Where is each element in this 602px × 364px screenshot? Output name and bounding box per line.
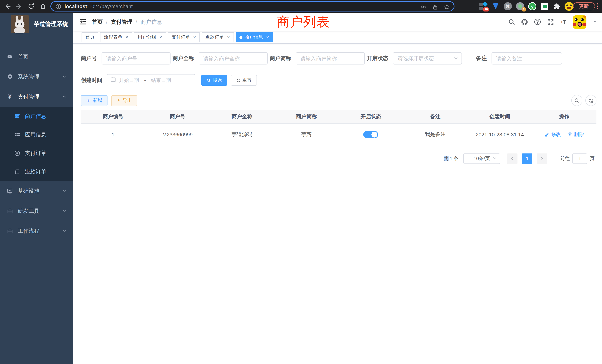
- tab-merchant-info[interactable]: 商户信息✕: [236, 32, 273, 42]
- recorder-extension-icon[interactable]: 1: [516, 2, 525, 11]
- toggle-search-button[interactable]: [571, 95, 582, 106]
- briefcase-icon: [7, 228, 13, 234]
- search-button[interactable]: 搜索: [201, 75, 227, 86]
- edit-link[interactable]: 修改: [545, 131, 561, 138]
- tab-process-form[interactable]: 流程表单✕: [100, 32, 132, 42]
- command-extension-icon[interactable]: ⌘: [503, 2, 512, 11]
- close-icon[interactable]: ✕: [227, 35, 230, 39]
- sidebar-item-merchant-info[interactable]: 商户信息: [0, 107, 73, 125]
- app-title: 芋道管理系统: [34, 20, 68, 28]
- github-icon[interactable]: [521, 18, 528, 26]
- goto-page: 前往 页: [560, 153, 595, 164]
- filter-create-time: 创建时间 开始日期 - 结束日期: [81, 74, 195, 86]
- url-text: localhost:1024/pay/merchant: [64, 3, 133, 9]
- remark-input[interactable]: [491, 52, 562, 64]
- bookmark-star-icon[interactable]: [444, 4, 450, 10]
- prev-page-button[interactable]: [507, 153, 517, 164]
- cell-actions: 修改 删除: [532, 123, 596, 146]
- fullscreen-icon[interactable]: [547, 18, 554, 26]
- chrome-update-button[interactable]: 更新: [573, 2, 595, 10]
- font-size-icon[interactable]: TT: [560, 18, 567, 26]
- password-key-icon[interactable]: [420, 4, 427, 10]
- browser-back-icon[interactable]: [4, 3, 11, 10]
- tab-manager-extension-icon[interactable]: 10: [479, 2, 488, 11]
- sidebar-item-payment-orders[interactable]: 支付订单: [0, 144, 73, 162]
- filter-full-name: 商户全称: [172, 52, 268, 64]
- sidebar-item-dev-tools[interactable]: 研发工具: [0, 201, 73, 221]
- chevron-down-icon: [453, 55, 458, 62]
- status-toggle[interactable]: [364, 131, 378, 138]
- status-select[interactable]: 请选择开启状态: [393, 52, 462, 64]
- cell-short-name: 芋艿: [274, 123, 339, 146]
- merchant-no-input[interactable]: [101, 52, 170, 64]
- reset-button[interactable]: 重置: [231, 75, 257, 86]
- yen-icon: ¥: [7, 94, 13, 100]
- chevron-left-icon: [510, 156, 515, 161]
- document-icon: [14, 169, 20, 175]
- page-unit-label: 页: [590, 155, 595, 162]
- sidebar-collapse-icon[interactable]: [79, 18, 86, 25]
- goto-page-input[interactable]: [572, 153, 587, 164]
- browser-profile-avatar[interactable]: [565, 2, 573, 11]
- filter-row-1: 商户号 商户全称 商户简称 开启状态 请选择开启状态: [81, 52, 596, 64]
- chat-extension-icon[interactable]: [540, 2, 549, 11]
- page-size-select[interactable]: 10条/页: [463, 153, 500, 164]
- full-name-input[interactable]: [198, 52, 268, 64]
- close-icon[interactable]: ✕: [125, 35, 129, 39]
- sidebar-item-home[interactable]: 首页: [0, 47, 73, 67]
- table-mini-actions: [571, 95, 596, 106]
- sidebar-item-app-info[interactable]: 应用信息: [0, 125, 73, 144]
- gem-extension-icon[interactable]: [491, 2, 500, 11]
- tab-refund-orders[interactable]: 退款订单✕: [202, 32, 234, 42]
- browser-forward-icon[interactable]: [16, 3, 23, 10]
- date-end-placeholder[interactable]: 结束日期: [151, 77, 171, 84]
- avatar-caret-icon[interactable]: [593, 19, 597, 25]
- breadcrumb-current: 商户信息: [140, 18, 162, 25]
- extensions-puzzle-icon[interactable]: [552, 2, 561, 11]
- tab-home[interactable]: 首页: [82, 32, 98, 42]
- delete-link[interactable]: 删除: [568, 131, 584, 138]
- search-icon[interactable]: [508, 18, 515, 26]
- export-button[interactable]: 导出: [111, 95, 137, 106]
- close-icon[interactable]: ✕: [159, 35, 162, 39]
- sidebar-item-infrastructure[interactable]: 基础设施: [0, 181, 73, 201]
- share-icon[interactable]: [432, 4, 438, 10]
- date-range-input[interactable]: 开始日期 - 结束日期: [107, 74, 195, 86]
- browser-menu-icon[interactable]: [597, 3, 598, 9]
- close-icon[interactable]: ✕: [266, 35, 269, 39]
- date-start-placeholder[interactable]: 开始日期: [119, 77, 139, 84]
- table-toolbar: ＋ 新增 导出: [81, 95, 596, 106]
- add-button[interactable]: ＋ 新增: [81, 95, 108, 106]
- chevron-down-icon: [62, 228, 66, 234]
- sidebar-item-workflow[interactable]: 工作流程: [0, 221, 73, 241]
- top-navbar: 首页 / 支付管理 / 商户信息 TT: [73, 13, 602, 31]
- site-info-icon[interactable]: [56, 3, 61, 9]
- col-status: 开启状态: [339, 110, 403, 123]
- user-avatar[interactable]: [573, 15, 586, 29]
- breadcrumb-payment[interactable]: 支付管理: [111, 18, 132, 25]
- screen: localhost:1024/pay/merchant 10 ⌘ 1 y: [0, 0, 602, 364]
- short-name-label: 商户简称: [270, 55, 296, 62]
- sidebar-item-payment[interactable]: ¥ 支付管理: [0, 87, 73, 107]
- sidebar-item-system[interactable]: 系统管理: [0, 67, 73, 87]
- col-merchant-no: 商户号: [145, 110, 210, 123]
- chevron-up-icon: [62, 94, 66, 100]
- yudao-extension-icon[interactable]: y: [528, 2, 537, 11]
- page-number-1[interactable]: 1: [522, 153, 532, 164]
- refresh-table-button[interactable]: [585, 95, 596, 106]
- browser-home-icon[interactable]: [39, 3, 47, 10]
- short-name-input[interactable]: [296, 52, 365, 64]
- col-full-name: 商户全称: [210, 110, 274, 123]
- next-page-button[interactable]: [537, 153, 547, 164]
- browser-reload-icon[interactable]: [27, 3, 35, 10]
- sidebar-item-refund-orders[interactable]: 退款订单: [0, 162, 73, 181]
- sidebar-menu: 首页 系统管理 ¥ 支付管理 商户信息: [0, 47, 73, 241]
- address-bar[interactable]: localhost:1024/pay/merchant: [50, 1, 454, 11]
- close-icon[interactable]: ✕: [193, 35, 196, 39]
- breadcrumb-home[interactable]: 首页: [92, 18, 103, 25]
- tab-payment-orders[interactable]: 支付订单✕: [168, 32, 200, 42]
- chevron-down-icon: [62, 188, 66, 194]
- tab-user-group[interactable]: 用户分组✕: [134, 32, 166, 42]
- help-icon[interactable]: [534, 18, 541, 26]
- app-logo[interactable]: 芋道管理系统: [0, 13, 73, 34]
